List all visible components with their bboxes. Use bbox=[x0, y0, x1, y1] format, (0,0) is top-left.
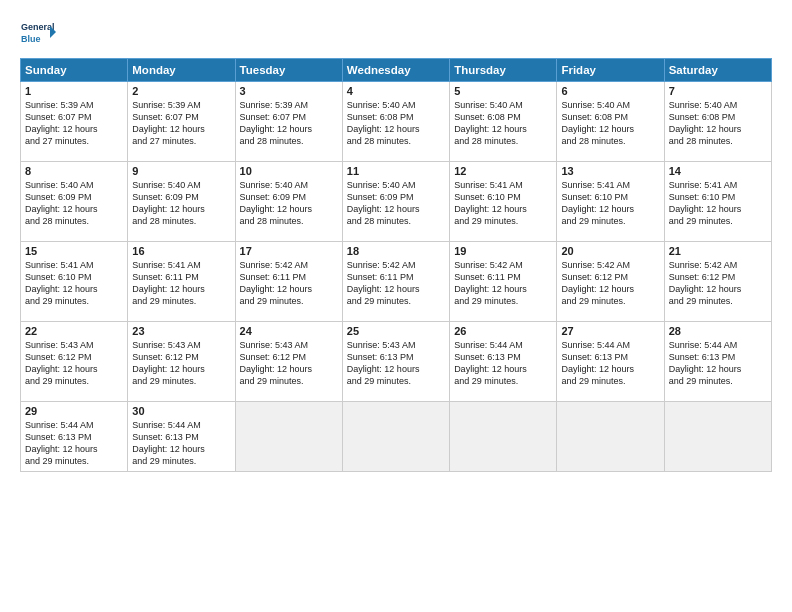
day-number: 26 bbox=[454, 325, 552, 337]
day-number: 21 bbox=[669, 245, 767, 257]
day-info: Sunrise: 5:44 AM Sunset: 6:13 PM Dayligh… bbox=[669, 339, 767, 388]
weekday-header-thursday: Thursday bbox=[450, 59, 557, 82]
day-info: Sunrise: 5:41 AM Sunset: 6:10 PM Dayligh… bbox=[454, 179, 552, 228]
day-number: 19 bbox=[454, 245, 552, 257]
day-number: 27 bbox=[561, 325, 659, 337]
day-info: Sunrise: 5:41 AM Sunset: 6:10 PM Dayligh… bbox=[669, 179, 767, 228]
calendar-cell: 6Sunrise: 5:40 AM Sunset: 6:08 PM Daylig… bbox=[557, 82, 664, 162]
day-info: Sunrise: 5:44 AM Sunset: 6:13 PM Dayligh… bbox=[25, 419, 123, 468]
calendar-cell: 13Sunrise: 5:41 AM Sunset: 6:10 PM Dayli… bbox=[557, 162, 664, 242]
day-info: Sunrise: 5:39 AM Sunset: 6:07 PM Dayligh… bbox=[132, 99, 230, 148]
day-number: 8 bbox=[25, 165, 123, 177]
day-info: Sunrise: 5:40 AM Sunset: 6:08 PM Dayligh… bbox=[454, 99, 552, 148]
calendar-cell: 30Sunrise: 5:44 AM Sunset: 6:13 PM Dayli… bbox=[128, 402, 235, 472]
day-info: Sunrise: 5:40 AM Sunset: 6:08 PM Dayligh… bbox=[561, 99, 659, 148]
day-number: 14 bbox=[669, 165, 767, 177]
day-number: 15 bbox=[25, 245, 123, 257]
weekday-header-monday: Monday bbox=[128, 59, 235, 82]
day-info: Sunrise: 5:40 AM Sunset: 6:09 PM Dayligh… bbox=[240, 179, 338, 228]
svg-text:Blue: Blue bbox=[21, 34, 41, 44]
day-info: Sunrise: 5:41 AM Sunset: 6:10 PM Dayligh… bbox=[561, 179, 659, 228]
day-info: Sunrise: 5:41 AM Sunset: 6:10 PM Dayligh… bbox=[25, 259, 123, 308]
weekday-header-sunday: Sunday bbox=[21, 59, 128, 82]
day-number: 24 bbox=[240, 325, 338, 337]
calendar-cell bbox=[664, 402, 771, 472]
day-number: 1 bbox=[25, 85, 123, 97]
day-number: 9 bbox=[132, 165, 230, 177]
weekday-header-friday: Friday bbox=[557, 59, 664, 82]
day-info: Sunrise: 5:43 AM Sunset: 6:12 PM Dayligh… bbox=[132, 339, 230, 388]
calendar-cell: 10Sunrise: 5:40 AM Sunset: 6:09 PM Dayli… bbox=[235, 162, 342, 242]
calendar-cell: 8Sunrise: 5:40 AM Sunset: 6:09 PM Daylig… bbox=[21, 162, 128, 242]
day-info: Sunrise: 5:42 AM Sunset: 6:12 PM Dayligh… bbox=[561, 259, 659, 308]
day-info: Sunrise: 5:41 AM Sunset: 6:11 PM Dayligh… bbox=[132, 259, 230, 308]
calendar-cell: 24Sunrise: 5:43 AM Sunset: 6:12 PM Dayli… bbox=[235, 322, 342, 402]
calendar-cell: 3Sunrise: 5:39 AM Sunset: 6:07 PM Daylig… bbox=[235, 82, 342, 162]
calendar-cell bbox=[235, 402, 342, 472]
calendar-cell: 11Sunrise: 5:40 AM Sunset: 6:09 PM Dayli… bbox=[342, 162, 449, 242]
day-number: 28 bbox=[669, 325, 767, 337]
day-info: Sunrise: 5:40 AM Sunset: 6:09 PM Dayligh… bbox=[132, 179, 230, 228]
day-number: 11 bbox=[347, 165, 445, 177]
day-number: 7 bbox=[669, 85, 767, 97]
day-number: 13 bbox=[561, 165, 659, 177]
calendar-cell: 14Sunrise: 5:41 AM Sunset: 6:10 PM Dayli… bbox=[664, 162, 771, 242]
calendar-cell: 16Sunrise: 5:41 AM Sunset: 6:11 PM Dayli… bbox=[128, 242, 235, 322]
day-info: Sunrise: 5:40 AM Sunset: 6:08 PM Dayligh… bbox=[347, 99, 445, 148]
day-info: Sunrise: 5:44 AM Sunset: 6:13 PM Dayligh… bbox=[561, 339, 659, 388]
day-number: 29 bbox=[25, 405, 123, 417]
day-number: 6 bbox=[561, 85, 659, 97]
calendar-cell: 29Sunrise: 5:44 AM Sunset: 6:13 PM Dayli… bbox=[21, 402, 128, 472]
day-number: 20 bbox=[561, 245, 659, 257]
day-info: Sunrise: 5:43 AM Sunset: 6:12 PM Dayligh… bbox=[25, 339, 123, 388]
weekday-header-tuesday: Tuesday bbox=[235, 59, 342, 82]
calendar-cell: 19Sunrise: 5:42 AM Sunset: 6:11 PM Dayli… bbox=[450, 242, 557, 322]
svg-text:General: General bbox=[21, 22, 55, 32]
calendar-cell: 27Sunrise: 5:44 AM Sunset: 6:13 PM Dayli… bbox=[557, 322, 664, 402]
day-info: Sunrise: 5:43 AM Sunset: 6:12 PM Dayligh… bbox=[240, 339, 338, 388]
logo-graphic: General Blue bbox=[20, 16, 56, 52]
day-number: 22 bbox=[25, 325, 123, 337]
calendar-cell: 22Sunrise: 5:43 AM Sunset: 6:12 PM Dayli… bbox=[21, 322, 128, 402]
calendar-cell: 7Sunrise: 5:40 AM Sunset: 6:08 PM Daylig… bbox=[664, 82, 771, 162]
calendar-cell: 2Sunrise: 5:39 AM Sunset: 6:07 PM Daylig… bbox=[128, 82, 235, 162]
day-info: Sunrise: 5:40 AM Sunset: 6:09 PM Dayligh… bbox=[25, 179, 123, 228]
day-number: 5 bbox=[454, 85, 552, 97]
day-info: Sunrise: 5:43 AM Sunset: 6:13 PM Dayligh… bbox=[347, 339, 445, 388]
calendar-table: SundayMondayTuesdayWednesdayThursdayFrid… bbox=[20, 58, 772, 472]
calendar-cell: 4Sunrise: 5:40 AM Sunset: 6:08 PM Daylig… bbox=[342, 82, 449, 162]
day-number: 12 bbox=[454, 165, 552, 177]
calendar-cell: 28Sunrise: 5:44 AM Sunset: 6:13 PM Dayli… bbox=[664, 322, 771, 402]
day-number: 2 bbox=[132, 85, 230, 97]
day-info: Sunrise: 5:39 AM Sunset: 6:07 PM Dayligh… bbox=[240, 99, 338, 148]
day-info: Sunrise: 5:42 AM Sunset: 6:11 PM Dayligh… bbox=[240, 259, 338, 308]
day-info: Sunrise: 5:44 AM Sunset: 6:13 PM Dayligh… bbox=[132, 419, 230, 468]
calendar-cell: 23Sunrise: 5:43 AM Sunset: 6:12 PM Dayli… bbox=[128, 322, 235, 402]
day-info: Sunrise: 5:44 AM Sunset: 6:13 PM Dayligh… bbox=[454, 339, 552, 388]
calendar-cell: 25Sunrise: 5:43 AM Sunset: 6:13 PM Dayli… bbox=[342, 322, 449, 402]
calendar-cell: 20Sunrise: 5:42 AM Sunset: 6:12 PM Dayli… bbox=[557, 242, 664, 322]
calendar-cell: 5Sunrise: 5:40 AM Sunset: 6:08 PM Daylig… bbox=[450, 82, 557, 162]
day-number: 25 bbox=[347, 325, 445, 337]
day-number: 23 bbox=[132, 325, 230, 337]
day-number: 16 bbox=[132, 245, 230, 257]
day-info: Sunrise: 5:40 AM Sunset: 6:08 PM Dayligh… bbox=[669, 99, 767, 148]
day-number: 3 bbox=[240, 85, 338, 97]
calendar-cell: 9Sunrise: 5:40 AM Sunset: 6:09 PM Daylig… bbox=[128, 162, 235, 242]
day-info: Sunrise: 5:40 AM Sunset: 6:09 PM Dayligh… bbox=[347, 179, 445, 228]
weekday-header-saturday: Saturday bbox=[664, 59, 771, 82]
calendar-cell: 15Sunrise: 5:41 AM Sunset: 6:10 PM Dayli… bbox=[21, 242, 128, 322]
calendar-cell bbox=[450, 402, 557, 472]
calendar-cell: 18Sunrise: 5:42 AM Sunset: 6:11 PM Dayli… bbox=[342, 242, 449, 322]
day-number: 17 bbox=[240, 245, 338, 257]
day-info: Sunrise: 5:42 AM Sunset: 6:11 PM Dayligh… bbox=[347, 259, 445, 308]
calendar-cell: 12Sunrise: 5:41 AM Sunset: 6:10 PM Dayli… bbox=[450, 162, 557, 242]
calendar-cell: 1Sunrise: 5:39 AM Sunset: 6:07 PM Daylig… bbox=[21, 82, 128, 162]
calendar-cell bbox=[342, 402, 449, 472]
day-info: Sunrise: 5:42 AM Sunset: 6:12 PM Dayligh… bbox=[669, 259, 767, 308]
calendar-cell: 26Sunrise: 5:44 AM Sunset: 6:13 PM Dayli… bbox=[450, 322, 557, 402]
calendar-cell: 17Sunrise: 5:42 AM Sunset: 6:11 PM Dayli… bbox=[235, 242, 342, 322]
calendar-cell bbox=[557, 402, 664, 472]
day-number: 30 bbox=[132, 405, 230, 417]
day-info: Sunrise: 5:42 AM Sunset: 6:11 PM Dayligh… bbox=[454, 259, 552, 308]
